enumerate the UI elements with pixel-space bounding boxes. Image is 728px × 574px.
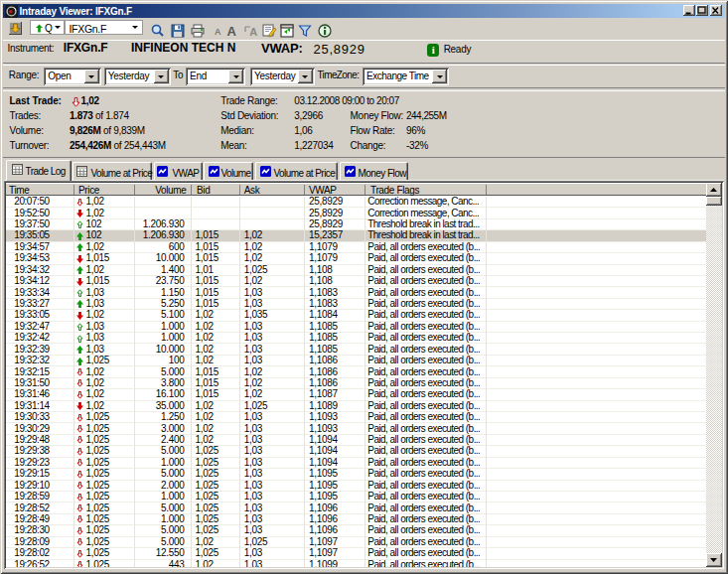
svg-text:A: A — [226, 24, 236, 39]
svg-text:A: A — [215, 27, 221, 37]
svg-text:A: A — [249, 26, 257, 38]
